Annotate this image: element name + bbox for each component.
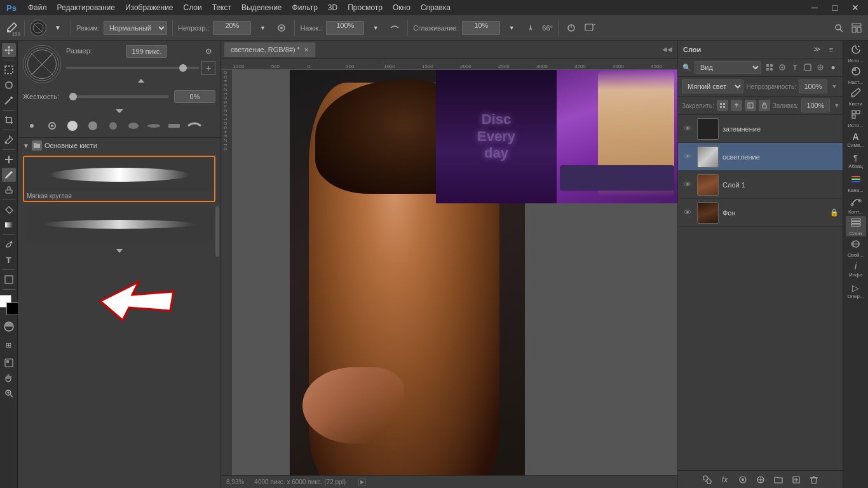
brush-preset-7[interactable] xyxy=(145,117,163,135)
stamp-tool[interactable] xyxy=(2,183,16,197)
size-slider-thumb[interactable] xyxy=(179,64,187,72)
smoothing-value[interactable]: 10% xyxy=(462,21,500,35)
crop-tool[interactable] xyxy=(2,113,16,127)
filter-smartobj-icon[interactable] xyxy=(815,62,826,73)
smoothing-icon[interactable] xyxy=(387,20,402,36)
menu-3d[interactable]: 3D xyxy=(328,3,337,12)
text-tool[interactable]: T xyxy=(2,253,16,267)
opacity-dropdown-icon[interactable]: ▼ xyxy=(830,82,839,91)
brush-item-soft-round[interactable]: Мягкая круглая xyxy=(23,156,215,202)
fx-icon[interactable]: fx xyxy=(718,473,732,487)
fill-value[interactable]: 100% xyxy=(801,98,830,112)
filter-adjustment-icon[interactable] xyxy=(776,62,788,73)
brush-preset-3[interactable] xyxy=(64,117,81,135)
hardness-slider[interactable] xyxy=(69,95,169,98)
menu-layers[interactable]: Слои xyxy=(184,3,202,12)
pressure-icon[interactable] xyxy=(564,20,579,36)
eraser-tool[interactable] xyxy=(2,203,16,217)
filter-pixel-icon[interactable] xyxy=(764,62,775,73)
gradient-tool[interactable] xyxy=(2,218,16,232)
menu-edit[interactable]: Редактирование xyxy=(57,3,115,12)
opacity-value[interactable]: 20% xyxy=(213,21,251,35)
lock-pixels-icon[interactable] xyxy=(717,100,728,111)
brush-settings-btn[interactable]: ⚙ xyxy=(201,44,215,58)
shape-tool[interactable] xyxy=(2,273,16,287)
status-arrow[interactable]: ▶ xyxy=(358,478,366,486)
healing-tool[interactable] xyxy=(2,152,16,166)
menu-select[interactable]: Выделение xyxy=(241,3,282,12)
properties-panel-btn[interactable]: Свой... xyxy=(846,238,866,258)
layer-vis-sloy1[interactable]: 👁 xyxy=(682,179,693,191)
smoothing-toggle-icon[interactable]: ▼ xyxy=(504,20,519,36)
add-brush-btn[interactable]: + xyxy=(201,61,215,75)
minimize-btn[interactable]: ─ xyxy=(807,0,822,15)
brush-item-2[interactable] xyxy=(23,206,215,243)
layers-panel-options-btn[interactable]: ≡ xyxy=(825,43,837,56)
search-icon[interactable] xyxy=(831,20,846,36)
brush-panel-scrollbar[interactable] xyxy=(215,206,219,257)
blend-mode-select[interactable]: Нормальный xyxy=(104,21,167,35)
paths-panel-btn[interactable]: Конт... xyxy=(846,194,866,215)
layer-vis-zatemnenie[interactable]: 👁 xyxy=(682,123,693,135)
hand-tool[interactable] xyxy=(2,371,16,385)
brush-preset-9[interactable] xyxy=(186,117,203,135)
filter-shape-icon[interactable] xyxy=(802,62,813,73)
hardness-value[interactable]: 0% xyxy=(174,90,215,103)
brush-preview-btn[interactable] xyxy=(30,20,46,36)
size-value[interactable]: 199 пикс. xyxy=(126,45,167,58)
bg-color-swatch[interactable] xyxy=(6,302,19,315)
new-layer-icon[interactable] xyxy=(789,473,803,487)
menu-view[interactable]: Просмотр xyxy=(348,3,383,12)
paragraph-panel-btn[interactable]: ¶ Абзац xyxy=(846,151,866,172)
link-layers-icon[interactable] xyxy=(700,473,714,487)
menu-help[interactable]: Справка xyxy=(421,3,451,12)
wand-tool[interactable] xyxy=(2,93,16,107)
lasso-tool[interactable] xyxy=(2,78,16,92)
flow-toggle-icon[interactable]: ▼ xyxy=(368,20,383,36)
menu-window[interactable]: Окно xyxy=(393,3,410,12)
fill-dropdown-icon[interactable]: ▼ xyxy=(832,101,841,110)
brush-tool[interactable] xyxy=(2,168,16,182)
layers-panel-menu-btn[interactable]: ≫ xyxy=(811,43,824,56)
size-slider[interactable] xyxy=(66,67,199,69)
opacity-toggle-icon[interactable]: ▼ xyxy=(255,20,270,36)
opacity-row-value[interactable]: 100% xyxy=(799,79,827,93)
maximize-btn[interactable]: □ xyxy=(827,0,843,15)
brush-preset-5[interactable] xyxy=(104,117,122,135)
delete-layer-icon[interactable] xyxy=(807,473,821,487)
layer-item-zatemnenie[interactable]: 👁 затемнение xyxy=(678,115,843,143)
hardness-slider-thumb[interactable] xyxy=(69,93,77,100)
eyedropper-tool[interactable] xyxy=(2,133,16,147)
tablet-icon[interactable] xyxy=(583,20,598,36)
filter-active-icon[interactable]: ● xyxy=(827,62,839,73)
lock-all-icon[interactable] xyxy=(759,100,770,111)
new-group-icon[interactable] xyxy=(771,473,785,487)
close-btn[interactable]: ✕ xyxy=(848,0,863,15)
selection-tool[interactable] xyxy=(2,63,16,77)
lock-artboard-icon[interactable] xyxy=(745,100,756,111)
history-panel-btn[interactable]: Исто... xyxy=(846,43,866,64)
angle-icon[interactable] xyxy=(523,20,538,36)
layer-vis-fon[interactable]: 👁 xyxy=(682,207,693,219)
brush-preset-2[interactable] xyxy=(43,117,61,135)
zoom-tool[interactable] xyxy=(2,386,16,400)
layer-item-sloy1[interactable]: 👁 Слой 1 xyxy=(678,171,843,199)
sources-panel-btn[interactable]: Исто... xyxy=(846,108,866,128)
layer-item-osvetlenie[interactable]: 👁 осветление xyxy=(678,143,843,171)
adjustment-layer-icon[interactable] xyxy=(754,473,768,487)
info-panel-btn[interactable]: i Инфо xyxy=(846,259,866,280)
menu-image[interactable]: Изображение xyxy=(125,3,173,12)
quick-mask-icon[interactable] xyxy=(1,319,17,334)
brush-preset-1[interactable] xyxy=(23,117,41,135)
move-tool[interactable] xyxy=(2,43,16,57)
doc-tab-1[interactable]: светление, RGB/8#) * ✕ xyxy=(224,42,316,57)
brush-preset-6[interactable] xyxy=(125,117,142,135)
layer-blend-mode-select[interactable]: Мягкий свет xyxy=(682,79,743,93)
doc-tab-close[interactable]: ✕ xyxy=(304,46,309,53)
menu-text[interactable]: Текст xyxy=(212,3,231,12)
filter-type-icon[interactable]: T xyxy=(789,62,801,73)
layers-panel-btn[interactable]: Слои xyxy=(846,216,866,236)
menu-file[interactable]: Файл xyxy=(28,3,47,12)
brush-group-header[interactable]: ▼ Основные кисти xyxy=(18,138,220,153)
pen-tool[interactable] xyxy=(2,238,16,252)
